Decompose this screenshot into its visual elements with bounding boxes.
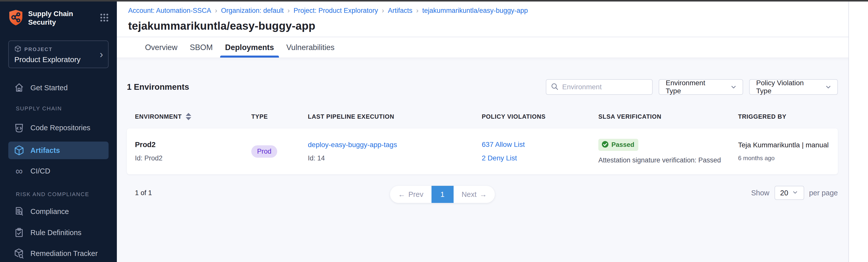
pipeline-execution-id: Id: 14 bbox=[308, 154, 482, 162]
table-row[interactable]: Prod2 Id: Prod2 Prod deploy-easy-buggy-a… bbox=[127, 128, 838, 174]
environment-name: Prod2 bbox=[135, 141, 251, 149]
table-header-row: ENVIRONMENT TYPE LAST PIPELINE EXECUTION… bbox=[127, 113, 838, 120]
breadcrumb-account[interactable]: Account: Automation-SSCA bbox=[128, 7, 211, 14]
environment-type-dropdown[interactable]: Environment Type bbox=[659, 79, 743, 95]
box-wrench-icon bbox=[14, 248, 24, 259]
toolbar-filters: Environment Type Policy Violation Type bbox=[546, 79, 838, 95]
sidebar-item-label: Artifacts bbox=[30, 146, 60, 155]
breadcrumb-artifact-name[interactable]: tejakummarikuntla/easy-buggy-app bbox=[422, 7, 528, 14]
arrow-right-icon: → bbox=[479, 190, 487, 199]
sidebar-item-label: Rule Definitions bbox=[30, 229, 82, 237]
column-header-last-pipeline-execution: LAST PIPELINE EXECUTION bbox=[308, 113, 482, 120]
sidebar-item-compliance[interactable]: Compliance bbox=[8, 203, 108, 220]
main-area: Account: Automation-SSCA › Organization:… bbox=[117, 1, 848, 262]
prev-page-button[interactable]: ← Prev bbox=[390, 186, 432, 203]
column-header-type: TYPE bbox=[251, 113, 308, 120]
sidebar-item-cicd[interactable]: ∞ CI/CD bbox=[8, 162, 108, 180]
column-header-environment[interactable]: ENVIRONMENT bbox=[127, 113, 251, 120]
sidebar-nav: Get Started SUPPLY CHAIN Code Repositori… bbox=[0, 79, 117, 262]
cell-policy-violations: 637 Allow List 2 Deny List bbox=[482, 141, 598, 162]
slsa-status-badge: Passed bbox=[598, 139, 638, 151]
environment-search-box bbox=[546, 79, 653, 95]
sidebar: Supply Chain Security PROJECT bbox=[0, 1, 117, 262]
sidebar-item-label: Code Repositories bbox=[30, 124, 90, 132]
per-page-label: per page bbox=[809, 189, 838, 197]
project-name: Product Exploratory bbox=[14, 55, 103, 64]
tab-sbom[interactable]: SBOM bbox=[190, 37, 213, 58]
page-size-select[interactable]: 20 bbox=[775, 186, 804, 200]
project-cube-icon bbox=[14, 45, 21, 53]
supply-chain-security-logo-icon bbox=[7, 9, 24, 27]
page-title: tejakummarikuntla/easy-buggy-app bbox=[128, 20, 848, 32]
breadcrumb-organization[interactable]: Organization: default bbox=[221, 7, 284, 14]
tab-overview[interactable]: Overview bbox=[145, 37, 178, 58]
chevron-right-icon: › bbox=[416, 6, 418, 14]
pagination-row: 1 of 1 ← Prev 1 Next → Show 20 bbox=[127, 186, 838, 200]
sidebar-item-rule-definitions[interactable]: Rule Definitions bbox=[8, 224, 108, 241]
column-header-slsa-verification: SLSA VERIFICATION bbox=[598, 113, 738, 120]
home-icon bbox=[14, 83, 24, 93]
show-label: Show bbox=[751, 189, 770, 197]
tab-deployments[interactable]: Deployments bbox=[225, 37, 274, 58]
policy-violation-type-dropdown[interactable]: Policy Violation Type bbox=[749, 79, 838, 95]
environment-type-badge: Prod bbox=[251, 145, 277, 158]
per-page-group: Show 20 per page bbox=[751, 186, 838, 200]
environment-id: Id: Prod2 bbox=[135, 154, 251, 162]
chevron-right-icon: › bbox=[287, 6, 290, 14]
page-header: Account: Automation-SSCA › Organization:… bbox=[117, 1, 848, 37]
cell-triggered-by: Teja Kummarikuntla | manual 6 months ago bbox=[738, 141, 838, 162]
section-label-risk-and-compliance: RISK AND COMPLIANCE bbox=[8, 190, 108, 199]
column-header-policy-violations: POLICY VIOLATIONS bbox=[482, 113, 598, 120]
brand-title: Supply Chain Security bbox=[28, 9, 73, 27]
chevron-right-icon: › bbox=[215, 6, 217, 14]
clipboard-check-icon bbox=[14, 227, 24, 238]
project-label: PROJECT bbox=[24, 47, 53, 52]
chevron-down-icon bbox=[730, 84, 737, 90]
sidebar-item-remediation-tracker[interactable]: Remediation Tracker bbox=[8, 245, 108, 262]
page-summary: 1 of 1 bbox=[127, 189, 152, 197]
sidebar-item-label: Remediation Tracker bbox=[30, 250, 98, 258]
allow-list-link[interactable]: 637 Allow List bbox=[482, 141, 598, 149]
tab-bar: Overview SBOM Deployments Vulnerabilitie… bbox=[117, 37, 848, 58]
chevron-right-icon: › bbox=[100, 49, 103, 59]
sidebar-item-label: Get Started bbox=[30, 84, 68, 92]
arrow-left-icon: ← bbox=[398, 190, 405, 199]
environment-search-input[interactable] bbox=[562, 83, 648, 91]
code-repository-icon bbox=[14, 122, 24, 133]
cell-slsa-verification: Passed Attestation signature verificatio… bbox=[598, 139, 738, 164]
column-header-triggered-by: TRIGGERED BY bbox=[738, 113, 838, 120]
deployments-content: 1 Environments Environment Type bbox=[117, 58, 848, 262]
triggered-by-time: 6 months ago bbox=[738, 155, 838, 162]
pipeline-execution-link[interactable]: deploy-easy-buggy-app-tags bbox=[308, 141, 482, 149]
triggered-by-name: Teja Kummarikuntla | manual bbox=[738, 141, 838, 149]
next-page-button[interactable]: Next → bbox=[454, 186, 495, 203]
cell-last-pipeline-execution: deploy-easy-buggy-app-tags Id: 14 bbox=[308, 141, 482, 162]
chevron-right-icon: › bbox=[382, 6, 384, 14]
slsa-detail: Attestation signature verification: Pass… bbox=[598, 156, 738, 164]
cell-type: Prod bbox=[251, 145, 308, 158]
tab-vulnerabilities[interactable]: Vulnerabilities bbox=[286, 37, 335, 58]
breadcrumb-artifacts[interactable]: Artifacts bbox=[388, 7, 412, 14]
chevron-down-icon bbox=[792, 189, 798, 197]
search-icon bbox=[550, 82, 559, 92]
breadcrumb-project[interactable]: Project: Product Exploratory bbox=[293, 7, 378, 14]
scrollbar-track[interactable] bbox=[848, 1, 868, 262]
page-number-button[interactable]: 1 bbox=[432, 186, 454, 203]
project-selector[interactable]: PROJECT Product Exploratory › bbox=[8, 40, 108, 68]
sidebar-item-label: Compliance bbox=[30, 207, 69, 216]
section-label-supply-chain: SUPPLY CHAIN bbox=[8, 104, 108, 113]
app-switcher-grid-icon[interactable] bbox=[99, 12, 109, 24]
app-root: Supply Chain Security PROJECT bbox=[0, 1, 868, 262]
chevron-down-icon bbox=[825, 84, 832, 90]
sort-icon[interactable] bbox=[186, 113, 191, 120]
document-search-icon bbox=[14, 206, 24, 217]
check-circle-icon bbox=[601, 141, 609, 149]
toolbar: 1 Environments Environment Type bbox=[127, 79, 838, 95]
artifacts-cube-icon bbox=[14, 145, 24, 156]
sidebar-item-get-started[interactable]: Get Started bbox=[8, 79, 108, 96]
sidebar-item-code-repositories[interactable]: Code Repositories bbox=[8, 119, 108, 137]
breadcrumb: Account: Automation-SSCA › Organization:… bbox=[128, 6, 848, 14]
deny-list-link[interactable]: 2 Deny List bbox=[482, 154, 598, 162]
sidebar-item-artifacts[interactable]: Artifacts bbox=[8, 142, 108, 159]
sidebar-item-label: CI/CD bbox=[30, 167, 50, 175]
